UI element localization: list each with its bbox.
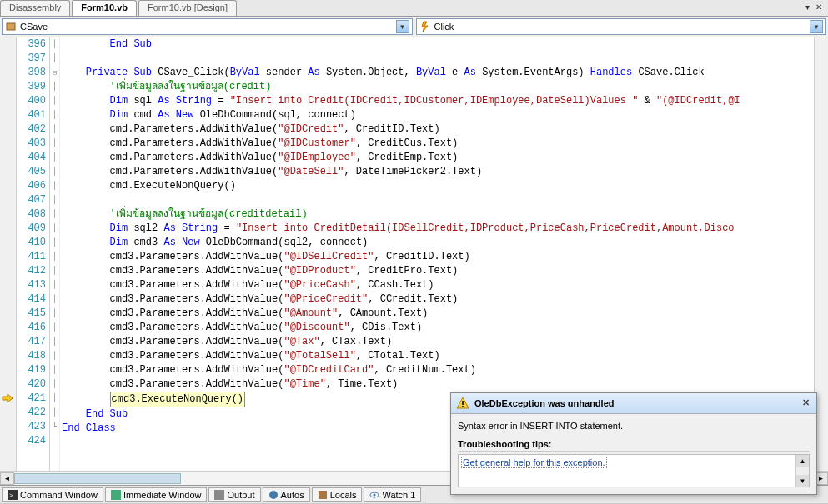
svg-point-5	[269, 491, 278, 499]
hscroll-thumb[interactable]	[14, 473, 181, 484]
help-link[interactable]: Get general help for this exception.	[461, 457, 607, 468]
class-icon	[5, 21, 17, 32]
svg-rect-10	[462, 406, 464, 407]
svg-rect-3	[111, 490, 121, 500]
line-number-gutter: 3963973983994004014024034044054064074084…	[17, 37, 50, 471]
tab-close-icon[interactable]: ✕	[813, 0, 825, 16]
chevron-down-icon: ▼	[396, 20, 409, 33]
tab-autos[interactable]: Autos	[263, 487, 310, 502]
current-statement: cmd3.ExecuteNonQuery()	[110, 392, 245, 407]
exception-message: Syntax error in INSERT INTO statement.	[458, 421, 810, 431]
svg-rect-0	[7, 23, 15, 30]
scroll-up-icon[interactable]: ▲	[796, 455, 809, 467]
tips-scrollbar[interactable]: ▲ ▼	[795, 455, 809, 487]
class-dropdown[interactable]: CSave ▼	[2, 18, 413, 35]
svg-text:>: >	[9, 492, 13, 499]
exception-title: OleDbException was unhandled	[474, 398, 800, 408]
tab-output[interactable]: Output	[208, 487, 260, 502]
tab-disassembly[interactable]: Disassembly	[0, 0, 70, 16]
tab-command-window[interactable]: >Command Window	[2, 487, 103, 502]
watch-icon	[369, 490, 379, 500]
current-line-arrow-icon	[2, 392, 13, 404]
svg-rect-4	[214, 490, 224, 500]
autos-icon	[268, 490, 279, 500]
outline-column[interactable]: ││⊟││││││││││││││││││││││││└	[50, 37, 60, 471]
member-dropdown[interactable]: Click ▼	[416, 18, 827, 35]
exception-header: OleDbException was unhandled ✕	[451, 393, 816, 414]
cmd-icon: >	[8, 490, 18, 500]
tab-form10vb-design[interactable]: Form10.vb [Design]	[138, 0, 237, 16]
output-icon	[214, 490, 224, 500]
scroll-left-icon[interactable]: ◄	[0, 472, 14, 485]
scroll-down-icon[interactable]: ▼	[796, 475, 809, 487]
tips-listbox: Get general help for this exception. ▲ ▼	[458, 454, 810, 487]
locals-icon	[318, 490, 328, 500]
svg-rect-9	[462, 401, 464, 405]
tab-locals[interactable]: Locals	[312, 487, 363, 502]
immediate-icon	[111, 490, 121, 500]
svg-point-8	[374, 493, 376, 496]
svg-rect-6	[319, 491, 327, 499]
close-icon[interactable]: ✕	[800, 397, 811, 409]
document-tab-bar: Disassembly Form10.vb Form10.vb [Design]…	[0, 0, 828, 17]
lightning-icon	[419, 21, 431, 32]
tips-header: Troubleshooting tips:	[458, 439, 810, 452]
indicator-margin	[0, 37, 17, 471]
member-dropdown-text: Click	[434, 22, 810, 32]
member-nav-bar: CSave ▼ Click ▼	[0, 17, 828, 37]
tab-dropdown-icon[interactable]: ▾	[801, 0, 813, 16]
tab-form10vb[interactable]: Form10.vb	[72, 0, 137, 16]
class-dropdown-text: CSave	[20, 22, 396, 32]
tab-watch1[interactable]: Watch 1	[364, 487, 421, 502]
chevron-down-icon: ▼	[810, 20, 823, 33]
exception-assistant-popup: OleDbException was unhandled ✕ Syntax er…	[450, 392, 817, 495]
tab-immediate-window[interactable]: Immediate Window	[105, 487, 208, 502]
warning-icon	[456, 397, 469, 410]
